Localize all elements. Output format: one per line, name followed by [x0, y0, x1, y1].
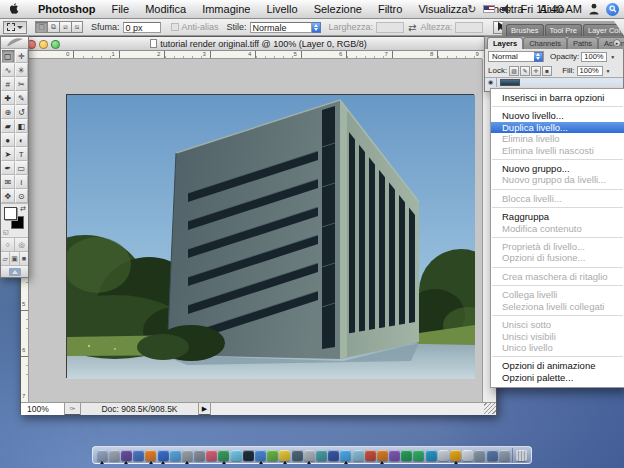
default-colors-icon[interactable]: ◱: [3, 228, 9, 235]
standard-mode-button[interactable]: ○: [1, 238, 15, 251]
sync-icon[interactable]: ↻: [467, 3, 476, 16]
fill-dropdown-icon[interactable]: ▼: [606, 68, 611, 74]
dock-icon-7[interactable]: [181, 447, 193, 463]
dock-icon-25[interactable]: [401, 447, 413, 463]
document-image[interactable]: [66, 94, 474, 378]
dock-icon-17[interactable]: [303, 447, 315, 463]
window-title-bar[interactable]: tutorial render original.tiff @ 100% (La…: [21, 37, 496, 51]
menu-item-nuovo-livello[interactable]: Nuovo livello...: [491, 110, 624, 121]
menu-modifica[interactable]: Modifica: [137, 3, 194, 15]
apple-menu-icon[interactable]: [0, 3, 30, 16]
dock-icon-14[interactable]: [267, 447, 279, 463]
window-resize-grip[interactable]: [484, 402, 496, 414]
style-stepper[interactable]: [312, 22, 321, 33]
lock-button-1[interactable]: ✎: [520, 66, 530, 76]
dock-icon-33[interactable]: [498, 447, 510, 463]
subtract-from-selection-button[interactable]: ⧄: [59, 21, 71, 33]
palette-tab-paths[interactable]: Paths: [567, 37, 598, 49]
dock-trash-icon[interactable]: [515, 447, 527, 463]
dock-icon-15[interactable]: [279, 447, 291, 463]
eyedropper-tool[interactable]: ≀: [15, 175, 29, 189]
menu-item-duplica-livello[interactable]: Duplica livello...: [491, 122, 624, 133]
well-tab-layer-comps[interactable]: Layer Comps: [583, 24, 624, 36]
opacity-dropdown-icon[interactable]: ▼: [610, 54, 615, 60]
dock-icon-23[interactable]: [376, 447, 388, 463]
dock-icon-22[interactable]: [364, 447, 376, 463]
path-selection-tool[interactable]: ➤: [1, 147, 15, 161]
dock-icon-0[interactable]: [96, 447, 108, 463]
width-input[interactable]: [376, 22, 404, 33]
volume-icon[interactable]: [502, 4, 513, 14]
menu-immagine[interactable]: Immagine: [194, 3, 258, 15]
dock-icon-24[interactable]: [389, 447, 401, 463]
spotlight-icon[interactable]: [606, 3, 619, 16]
fast-user-switching-icon[interactable]: [589, 3, 599, 15]
imageready-button[interactable]: [1, 265, 28, 277]
dock-icon-32[interactable]: [486, 447, 498, 463]
canvas-area[interactable]: [29, 59, 482, 402]
well-tab-brushes[interactable]: Brushes: [506, 24, 544, 36]
dock-icon-21[interactable]: [352, 447, 364, 463]
slice-tool[interactable]: ✂: [15, 77, 29, 91]
palette-tab-channels[interactable]: Channels: [523, 37, 567, 49]
dock-icon-1[interactable]: [108, 447, 120, 463]
zoom-level-field[interactable]: 100%: [21, 403, 65, 415]
adobe-feather-icon[interactable]: [1, 37, 28, 49]
dock-icon-3[interactable]: [133, 447, 145, 463]
layer-visibility-eye-icon[interactable]: ◉: [485, 78, 497, 87]
quick-mask-button[interactable]: ◎: [15, 238, 28, 251]
dock-icon-29[interactable]: [449, 447, 461, 463]
blend-mode-select[interactable]: Normal: [488, 51, 544, 62]
dodge-tool[interactable]: ◐: [15, 133, 29, 147]
dock-icon-11[interactable]: [230, 447, 242, 463]
layer-thumbnail[interactable]: [500, 79, 520, 86]
dock-icon-26[interactable]: [413, 447, 425, 463]
input-language-flag-icon[interactable]: [483, 5, 495, 13]
dock-icon-4[interactable]: [145, 447, 157, 463]
screen-mode-button-1[interactable]: ▣: [10, 252, 19, 265]
dock-icon-28[interactable]: [437, 447, 449, 463]
menu-item-raggruppa[interactable]: Raggruppa: [491, 211, 624, 222]
menu-selezione[interactable]: Selezione: [306, 3, 370, 15]
status-flyout-arrow[interactable]: ▶: [199, 403, 211, 415]
lock-button-3[interactable]: ■: [542, 66, 552, 76]
screen-mode-button-2[interactable]: ■: [20, 252, 28, 265]
menu-photoshop[interactable]: Photoshop: [30, 3, 103, 15]
healing-brush-tool[interactable]: ✚: [1, 91, 15, 105]
style-select[interactable]: Normale: [250, 22, 312, 33]
move-tool[interactable]: ✛: [15, 49, 29, 63]
layer-row[interactable]: ◉: [485, 77, 623, 86]
document-size-info[interactable]: Doc: 908.5K/908.5K: [81, 403, 199, 415]
dock-icon-2[interactable]: [120, 447, 132, 463]
dock-icon-31[interactable]: [474, 447, 486, 463]
dock-icon-6[interactable]: [169, 447, 181, 463]
dock-icon-8[interactable]: [194, 447, 206, 463]
menu-item-nuovo-gruppo[interactable]: Nuovo gruppo...: [491, 163, 624, 174]
dock-icon-9[interactable]: [206, 447, 218, 463]
magic-wand-tool[interactable]: ✳: [15, 63, 29, 77]
dock-icon-12[interactable]: [242, 447, 254, 463]
lasso-tool[interactable]: ∿: [1, 63, 15, 77]
clone-stamp-tool[interactable]: ⊕: [1, 105, 15, 119]
lock-button-2[interactable]: ✛: [531, 66, 541, 76]
dock-icon-30[interactable]: [462, 447, 474, 463]
height-input[interactable]: [455, 22, 483, 33]
intersect-selection-button[interactable]: ⧅: [71, 21, 83, 33]
menu-bar-clock[interactable]: Fri 11:40 AM: [520, 3, 582, 15]
menu-file[interactable]: File: [103, 3, 137, 15]
add-to-selection-button[interactable]: ⧉: [47, 21, 59, 33]
opacity-field[interactable]: 100%: [581, 52, 607, 62]
well-tab-tool-pre[interactable]: Tool Pre: [545, 24, 583, 36]
dock-icon-18[interactable]: [315, 447, 327, 463]
lock-button-0[interactable]: ▨: [509, 66, 519, 76]
dock-icon-10[interactable]: [218, 447, 230, 463]
swap-colors-icon[interactable]: ⇄: [20, 205, 26, 213]
zoom-tool[interactable]: ⊙: [15, 189, 29, 203]
crop-tool[interactable]: #: [1, 77, 15, 91]
swap-dimensions-icon[interactable]: ⇄: [408, 22, 416, 33]
menu-item-opzioni-di-animazione[interactable]: Opzioni di animazione: [491, 360, 624, 371]
notes-tool[interactable]: ✉: [1, 175, 15, 189]
brush-tool[interactable]: ✎: [15, 91, 29, 105]
type-tool[interactable]: T: [15, 147, 29, 161]
new-selection-button[interactable]: ▢: [35, 21, 47, 33]
